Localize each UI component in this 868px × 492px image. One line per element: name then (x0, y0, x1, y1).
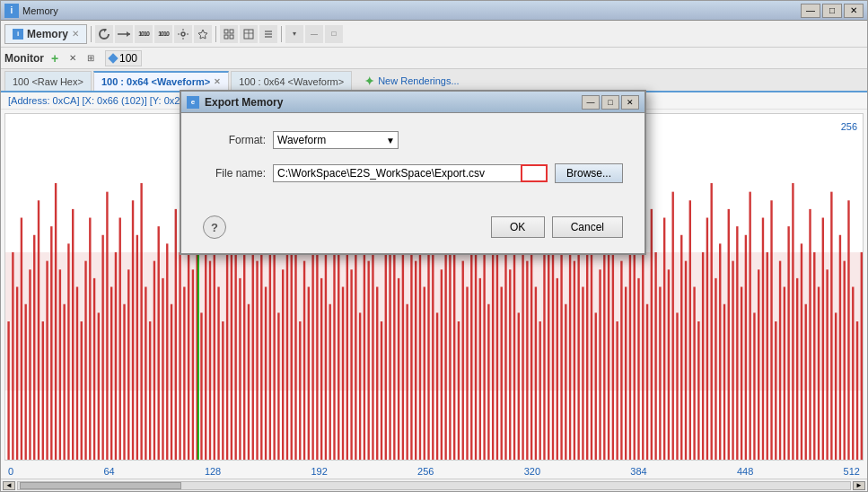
dialog-maximize-button[interactable]: □ (601, 95, 619, 110)
filename-wrapper: Browse... (273, 163, 623, 183)
format-row: Format: Waveform Raw Hex CSV ▼ (203, 131, 623, 149)
ok-button[interactable]: OK (491, 216, 545, 238)
format-label: Format: (203, 134, 266, 146)
dialog-overlay: e Export Memory — □ ✕ Format: Waveform R… (0, 0, 868, 492)
dialog-close-button[interactable]: ✕ (621, 95, 639, 110)
filename-row: File name: Browse... (203, 163, 623, 183)
filename-label: File name: (203, 167, 266, 180)
dialog-minimize-button[interactable]: — (582, 95, 600, 110)
dialog-body: Format: Waveform Raw Hex CSV ▼ File name… (181, 113, 644, 215)
dialog-title-icon: e (187, 96, 199, 109)
format-select-wrapper[interactable]: Waveform Raw Hex CSV ▼ (273, 131, 399, 149)
format-select[interactable]: Waveform Raw Hex CSV (273, 131, 399, 149)
cancel-button[interactable]: Cancel (552, 216, 623, 238)
dialog-title-bar: e Export Memory — □ ✕ (181, 92, 644, 113)
filename-input[interactable] (273, 164, 548, 182)
browse-button[interactable]: Browse... (555, 163, 623, 183)
dialog-footer: ? OK Cancel (181, 215, 644, 253)
dialog-actions: OK Cancel (491, 216, 623, 238)
filename-input-wrapper (273, 164, 548, 182)
export-memory-dialog: e Export Memory — □ ✕ Format: Waveform R… (180, 90, 646, 255)
dialog-title-text: Export Memory (205, 96, 580, 109)
help-button[interactable]: ? (203, 215, 226, 239)
